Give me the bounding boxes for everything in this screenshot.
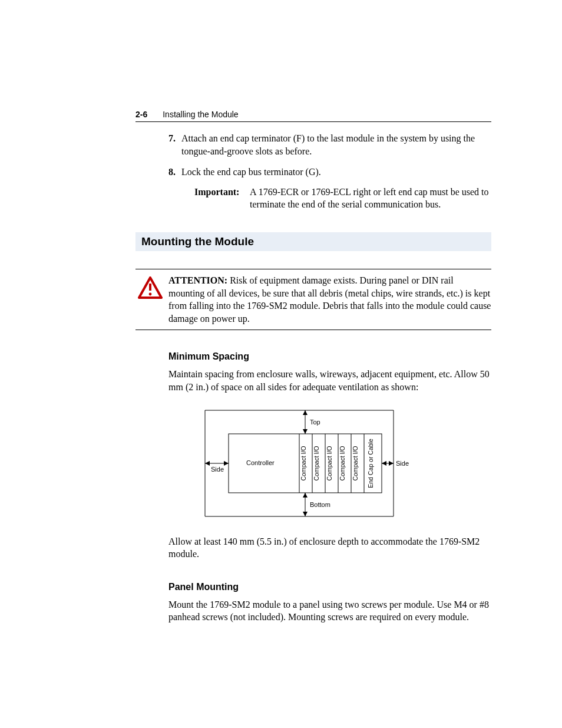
diagram-io-label: Compact I/O [339, 446, 346, 480]
diagram-endcap-label: End Cap or Cable [367, 439, 374, 488]
min-spacing-para2: Allow at least 140 mm (5.5 in.) of enclo… [168, 535, 491, 561]
step-number: 8. [168, 166, 181, 211]
svg-marker-9 [303, 429, 308, 434]
svg-marker-14 [205, 461, 210, 466]
diagram-side-left-label: Side [211, 466, 224, 473]
page-header: 2-6 Installing the Module [135, 110, 491, 122]
diagram-io-label: Compact I/O [300, 446, 307, 480]
chapter-title: Installing the Module [163, 110, 238, 119]
warning-icon [135, 274, 165, 299]
panel-mounting-para: Mount the 1769-SM2 module to a panel usi… [168, 598, 491, 624]
svg-marker-12 [303, 512, 308, 516]
page-number: 2-6 [135, 110, 147, 119]
subhead-min-spacing: Minimum Spacing [168, 351, 491, 362]
attention-label: ATTENTION: [168, 275, 227, 285]
important-note: Important: A 1769-ECR or 1769-ECL right … [194, 186, 491, 211]
important-text: A 1769-ECR or 1769-ECL right or left end… [250, 186, 491, 211]
diagram-side-right-label: Side [396, 460, 409, 467]
diagram-io-label: Compact I/O [326, 446, 333, 480]
step-7: 7. Attach an end cap terminator (F) to t… [168, 132, 491, 157]
diagram-io-label: Compact I/O [352, 446, 359, 480]
step-8-text: Lock the end cap bus terminator (G). [181, 166, 491, 179]
svg-marker-11 [303, 493, 308, 498]
step-8: 8. Lock the end cap bus terminator (G). … [168, 166, 491, 211]
diagram-controller-label: Controller [246, 459, 275, 466]
svg-marker-15 [224, 461, 229, 466]
diagram-io-label: Compact I/O [313, 446, 320, 480]
important-label: Important: [194, 186, 250, 211]
diagram-bottom-label: Bottom [310, 501, 330, 508]
svg-marker-17 [382, 461, 386, 466]
svg-point-2 [149, 293, 152, 296]
step-number: 7. [168, 132, 181, 157]
svg-marker-8 [303, 410, 308, 415]
step-text: Lock the end cap bus terminator (G). Imp… [181, 166, 491, 211]
diagram-top-label: Top [310, 419, 320, 426]
step-text: Attach an end cap terminator (F) to the … [181, 132, 491, 157]
min-spacing-para1: Maintain spacing from enclosure walls, w… [168, 368, 491, 393]
subhead-panel-mounting: Panel Mounting [168, 582, 491, 592]
svg-rect-1 [149, 284, 151, 291]
spacing-diagram: Top Bottom Side Side Con [181, 404, 491, 522]
attention-block: ATTENTION: Risk of equipment damage exis… [135, 269, 491, 330]
svg-marker-18 [389, 461, 394, 466]
section-title-mounting: Mounting the Module [135, 232, 491, 251]
